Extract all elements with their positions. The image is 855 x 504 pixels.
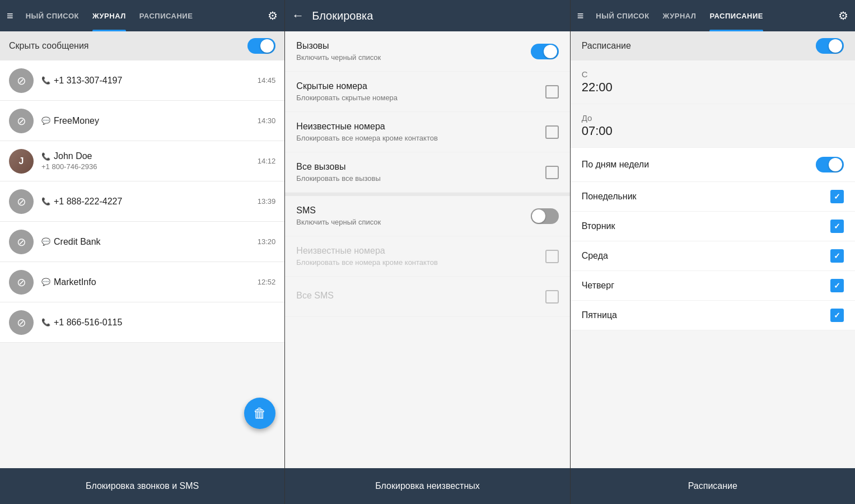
by-days-row[interactable]: По дням недели [571, 148, 855, 182]
all-calls-checkbox[interactable] [545, 166, 559, 179]
hamburger-icon[interactable]: ≡ [7, 10, 13, 22]
fab-delete-button[interactable]: 🗑 [244, 398, 275, 429]
phone-icon-small: 📞 [41, 76, 50, 85]
list-item[interactable]: ⊘ 💬 Credit Bank 13:20 [0, 222, 284, 262]
avatar: J [9, 149, 34, 174]
tab-journal[interactable]: ЖУРНАЛ [86, 0, 133, 31]
monday-checkbox[interactable] [830, 190, 844, 203]
by-days-label: По дням недели [582, 160, 816, 170]
screen1-tabbar: НЫЙ СПИСОК ЖУРНАЛ РАСПИСАНИЕ [19, 0, 268, 31]
calls-toggle[interactable] [531, 44, 559, 59]
screen1-topbar: ≡ НЫЙ СПИСОК ЖУРНАЛ РАСПИСАНИЕ ⚙ [0, 0, 284, 31]
contact-name: 💬 Credit Bank [41, 237, 258, 247]
screen2-topbar: ← Блокировка [285, 0, 569, 31]
avatar: ⊘ [9, 310, 34, 335]
calls-info: Вызовы Включить черный список [296, 41, 530, 62]
wednesday-checkbox[interactable] [830, 249, 844, 263]
avatar: ⊘ [9, 189, 34, 214]
screen2-bottombar-title: Блокировка неизвестных [375, 481, 480, 491]
from-time-row[interactable]: С 22:00 [571, 60, 855, 104]
all-sms-info: Все SMS [296, 291, 545, 303]
list-item[interactable]: ⊘ 📞 +1 888-222-4227 13:39 [0, 181, 284, 222]
day-row-monday[interactable]: Понедельник [571, 182, 855, 212]
avatar: ⊘ [9, 109, 34, 133]
list-item[interactable]: ⊘ 📞 +1 313-307-4197 14:45 [0, 60, 284, 101]
avatar: ⊘ [9, 68, 34, 93]
friday-label: Пятница [582, 310, 830, 320]
list-item[interactable]: J 📞 John Doe +1 800-746-2936 14:12 [0, 141, 284, 181]
avatar: ⊘ [9, 270, 34, 295]
all-sms-row: Все SMS [285, 277, 569, 317]
tab3-blacklist[interactable]: НЫЙ СПИСОК [589, 0, 656, 31]
tab-blacklist[interactable]: НЫЙ СПИСОК [19, 0, 86, 31]
unknown-checkbox[interactable] [545, 125, 559, 139]
sms-subtitle: Включить черный список [296, 218, 530, 226]
sms-info: SMS Включить черный список [296, 206, 530, 226]
list-item-info: 📞 +1 866-516-0115 [41, 318, 275, 328]
gear-icon-3[interactable]: ⚙ [838, 9, 848, 22]
contact-name: 📞 +1 888-222-4227 [41, 197, 258, 207]
contact-name: 💬 MarketInfo [41, 277, 258, 287]
sms-icon-small: 💬 [41, 278, 50, 286]
sms-toggle[interactable] [531, 208, 559, 224]
screen2-bottombar: Блокировка неизвестных [285, 468, 569, 504]
friday-checkbox[interactable] [830, 309, 844, 322]
screen3-bottombar: Расписание [571, 468, 855, 504]
unknown-sms-info: Неизвестные номера Блокировать все номер… [296, 246, 545, 267]
hamburger-icon-3[interactable]: ≡ [577, 10, 584, 22]
all-calls-info: Все вызовы Блокировать все вызовы [296, 162, 545, 183]
list-item-info: 💬 Credit Bank [41, 237, 258, 247]
screen3-content: Расписание С 22:00 До 07:00 По дням неде… [571, 31, 855, 468]
phone-icon-small: 📞 [41, 152, 50, 161]
tuesday-checkbox[interactable] [830, 220, 844, 233]
contact-time: 13:20 [258, 237, 276, 246]
all-sms-title: Все SMS [296, 291, 545, 301]
screen2-title: Блокировка [312, 10, 563, 22]
hide-messages-row: Скрыть сообщения [0, 31, 284, 60]
contacts-list: ⊘ 📞 +1 313-307-4197 14:45 ⊘ [0, 60, 284, 468]
block-icon: ⊘ [17, 114, 26, 128]
block-icon: ⊘ [17, 316, 26, 329]
tab-schedule[interactable]: РАСПИСАНИЕ [133, 0, 200, 31]
list-item-info: 📞 +1 313-307-4197 [41, 76, 258, 86]
sms-row[interactable]: SMS Включить черный список [285, 196, 569, 236]
by-days-toggle[interactable] [816, 157, 844, 172]
unknown-numbers-row[interactable]: Неизвестные номера Блокировать все номер… [285, 112, 569, 152]
phone-icon-small: 📞 [41, 318, 50, 326]
day-row-wednesday[interactable]: Среда [571, 241, 855, 271]
screen3-topbar: ≡ НЫЙ СПИСОК ЖУРНАЛ РАСПИСАНИЕ ⚙ [571, 0, 855, 31]
unknown-sms-title: Неизвестные номера [296, 246, 545, 256]
hidden-numbers-row[interactable]: Скрытые номера Блокировать скрытые номер… [285, 72, 569, 112]
screen1-bottombar: Блокировка звонков и SMS [0, 468, 284, 504]
schedule-toggle[interactable] [816, 38, 844, 54]
block-icon: ⊘ [17, 235, 26, 249]
contact-name: 💬 FreeMoney [41, 116, 258, 126]
calls-subtitle: Включить черный список [296, 53, 530, 62]
all-calls-subtitle: Блокировать все вызовы [296, 174, 545, 183]
all-sms-checkbox [545, 290, 559, 304]
hidden-checkbox[interactable] [545, 85, 559, 99]
list-item-info: 📞 +1 888-222-4227 [41, 197, 258, 207]
all-calls-row[interactable]: Все вызовы Блокировать все вызовы [285, 152, 569, 193]
to-time-row[interactable]: До 07:00 [571, 104, 855, 148]
calls-row[interactable]: Вызовы Включить черный список [285, 31, 569, 72]
sms-icon-small: 💬 [41, 237, 50, 246]
contact-time: 14:45 [258, 76, 276, 85]
list-item[interactable]: ⊘ 📞 +1 866-516-0115 [0, 302, 284, 343]
thursday-checkbox[interactable] [830, 279, 844, 292]
unknown-subtitle: Блокировать все номера кроме контактов [296, 134, 545, 142]
sms-title: SMS [296, 206, 530, 216]
day-row-thursday[interactable]: Четверг [571, 271, 855, 301]
list-item[interactable]: ⊘ 💬 FreeMoney 14:30 [0, 101, 284, 141]
list-item[interactable]: ⊘ 💬 MarketInfo 12:52 [0, 262, 284, 302]
sms-icon-small: 💬 [41, 116, 50, 125]
screen3-bottombar-title: Расписание [688, 481, 737, 491]
day-row-tuesday[interactable]: Вторник [571, 212, 855, 241]
tab3-schedule[interactable]: РАСПИСАНИЕ [703, 0, 770, 31]
tuesday-label: Вторник [582, 221, 830, 231]
back-icon[interactable]: ← [292, 8, 304, 23]
hide-messages-toggle[interactable] [247, 38, 275, 54]
day-row-friday[interactable]: Пятница [571, 301, 855, 330]
gear-icon[interactable]: ⚙ [268, 9, 278, 22]
tab3-journal[interactable]: ЖУРНАЛ [656, 0, 703, 31]
